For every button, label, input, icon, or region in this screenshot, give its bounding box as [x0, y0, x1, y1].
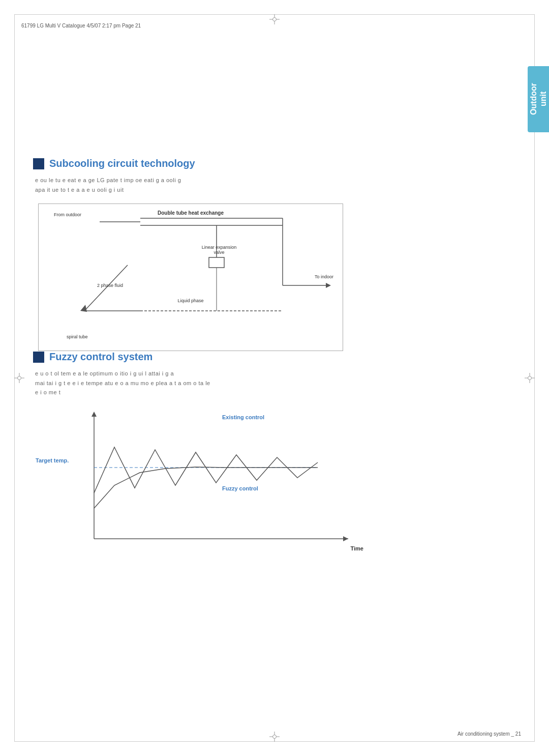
subcooling-section: Subcooling circuit technology e ou le tu… [33, 158, 516, 351]
fuzzy-chart-svg [64, 406, 369, 559]
two-phase-label: 2 phase fluid [97, 283, 123, 288]
spiral-tube-label: spiral tube [67, 334, 88, 339]
liquid-phase-label: Liquid phase [177, 298, 203, 303]
outdoor-unit-tab: Outdoor unit [528, 66, 549, 132]
svg-rect-7 [209, 257, 224, 268]
svg-line-8 [84, 265, 128, 311]
fuzzy-section: Fuzzy control system e u o t ol tem e a … [33, 351, 516, 559]
fuzzy-control-label: Fuzzy control [222, 485, 258, 491]
svg-marker-16 [343, 536, 348, 541]
fuzzy-icon [33, 352, 44, 363]
header-text: 61799 LG Multi V Catalogue 4/5/07 2:17 p… [21, 23, 141, 28]
fuzzy-chart: Existing control Target temp. Fuzzy cont… [64, 406, 369, 559]
top-crosshair [269, 14, 280, 24]
target-temp-label: Target temp. [36, 457, 69, 463]
fuzzy-desc: e u o t ol tem e a le optimum o itio i g… [33, 369, 516, 397]
fuzzy-title: Fuzzy control system [49, 351, 152, 363]
subcooling-desc: e ou le tu e eat e a ge LG pate t imp oe… [33, 176, 516, 194]
linear-expansion-label: Linear expansion valve [202, 245, 237, 255]
fuzzy-title-row: Fuzzy control system [33, 351, 516, 363]
existing-control-label: Existing control [222, 414, 264, 420]
outdoor-tab-text: Outdoor unit [529, 83, 548, 115]
subcooling-title: Subcooling circuit technology [49, 158, 195, 169]
right-crosshair [525, 373, 535, 383]
subcooling-icon [33, 158, 44, 169]
diagram-svg [39, 204, 344, 352]
page-number: Air conditioning system _ 21 [458, 731, 521, 737]
subcooling-diagram: Double tube heat exchange From outdoor L… [38, 203, 343, 351]
subcooling-title-row: Subcooling circuit technology [33, 158, 516, 169]
to-indoor-label: To indoor [315, 274, 333, 279]
double-tube-label: Double tube heat exchange [158, 210, 224, 216]
bottom-crosshair [269, 732, 280, 742]
svg-marker-5 [326, 283, 331, 288]
left-crosshair [14, 373, 24, 383]
svg-marker-15 [92, 412, 97, 417]
from-outdoor-label: From outdoor [54, 212, 81, 217]
time-label: Time [351, 545, 363, 551]
